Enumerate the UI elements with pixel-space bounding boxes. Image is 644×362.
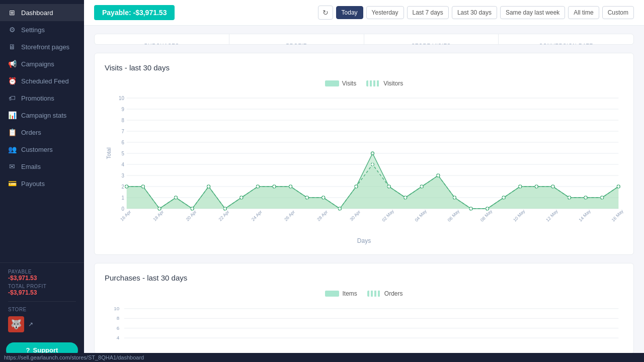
svg-point-69 (371, 163, 374, 166)
visits-chart-container: 012345678910Total16 Apr18 Apr20 Apr22 Ap… (105, 93, 623, 235)
status-url: https://sell.gearlaunch.com/stores/ST_8Q… (4, 354, 144, 360)
purchases-chart-title: Purchases - last 30 days (105, 274, 623, 282)
sidebar-item-campaign-stats[interactable]: 📊Campaign stats (0, 107, 84, 124)
sidebar-item-label-storefront: Storefront pages (21, 43, 69, 51)
store-link-icon[interactable]: ↗ (28, 321, 33, 328)
svg-point-64 (289, 185, 292, 188)
svg-text:6: 6 (121, 140, 124, 145)
svg-text:10: 10 (114, 306, 119, 311)
scheduled-feed-icon: ⏰ (8, 77, 16, 85)
date-btn-yesterday[interactable]: Yesterday (366, 6, 404, 19)
svg-point-72 (420, 185, 423, 188)
sidebar-item-emails[interactable]: ✉Emails (0, 158, 84, 175)
svg-text:22 Apr: 22 Apr (218, 209, 230, 222)
sidebar-item-label-orders: Orders (21, 129, 41, 136)
svg-point-73 (437, 174, 440, 177)
svg-point-68 (355, 185, 358, 188)
orders-legend-color (367, 291, 381, 297)
svg-point-65 (305, 196, 308, 199)
promotions-icon: 🏷 (8, 94, 16, 102)
sidebar-item-label-payouts: Payouts (21, 180, 45, 188)
visits-legend-item: Visits (325, 80, 356, 87)
sidebar-item-label-settings: Settings (21, 26, 45, 34)
svg-text:10: 10 (119, 96, 124, 101)
date-btn-all-time[interactable]: All time (568, 6, 599, 19)
payable-value: -$3,971.53 (8, 275, 76, 282)
svg-point-62 (257, 185, 260, 188)
svg-text:08 May: 08 May (479, 208, 494, 222)
visits-chart-section: Visits - last 30 days Visits Visitors 01… (94, 53, 634, 255)
svg-text:10 May: 10 May (512, 208, 526, 222)
payable-label: PAYABLE (8, 269, 76, 275)
svg-text:4: 4 (121, 162, 124, 167)
visits-legend-label: Visits (342, 80, 356, 87)
sidebar: ⊞Dashboard⚙Settings🖥Storefront pages📢Cam… (0, 0, 84, 362)
campaign-stats-icon: 📊 (8, 111, 16, 119)
sidebar-item-customers[interactable]: 👥Customers (0, 141, 84, 158)
sidebar-item-promotions[interactable]: 🏷Promotions (0, 89, 84, 107)
svg-text:5: 5 (121, 151, 124, 156)
svg-text:1: 1 (121, 195, 124, 201)
date-btn-custom[interactable]: Custom (602, 6, 634, 19)
svg-text:Total: Total (106, 147, 112, 159)
sidebar-item-settings[interactable]: ⚙Settings (0, 21, 84, 38)
customers-icon: 👥 (8, 145, 16, 153)
sidebar-item-scheduled-feed[interactable]: ⏰Scheduled Feed (0, 72, 84, 89)
topbar: Payable: -$3,971.53 ↻ TodayYesterdayLast… (84, 0, 644, 26)
date-btn-today[interactable]: Today (336, 6, 363, 19)
stat-card-2: STORE VISITS 0 total 0 unique (364, 34, 499, 45)
visitors-legend-item: Visitors (366, 80, 403, 87)
date-btn-last-30-days[interactable]: Last 30 days (452, 6, 497, 19)
sidebar-item-payouts[interactable]: 💳Payouts (0, 175, 84, 192)
items-legend-item: Items (325, 290, 357, 297)
sidebar-item-campaigns[interactable]: 📢Campaigns (0, 55, 84, 72)
items-legend-color (325, 291, 339, 297)
svg-point-70 (387, 185, 390, 188)
svg-text:06 May: 06 May (447, 208, 461, 222)
stat-label-1: PROFIT (239, 43, 354, 45)
visits-chart-legend: Visits Visitors (105, 80, 623, 87)
svg-text:30 Apr: 30 Apr (349, 209, 361, 222)
svg-text:2: 2 (121, 184, 124, 190)
orders-icon: 📋 (8, 128, 16, 136)
visits-x-label: Days (105, 237, 623, 244)
svg-point-38 (371, 152, 374, 155)
stat-label-3: CONVERSION RATE (509, 43, 623, 45)
svg-point-66 (322, 196, 325, 199)
total-profit-value: -$3,971.53 (8, 289, 76, 296)
total-profit-label: TOTAL PROFIT (8, 284, 76, 289)
svg-text:3: 3 (121, 173, 124, 178)
svg-text:0: 0 (121, 206, 124, 212)
purchases-chart-legend: Items Orders (105, 290, 623, 297)
sidebar-item-storefront[interactable]: 🖥Storefront pages (0, 38, 84, 55)
items-legend-label: Items (342, 290, 357, 297)
sidebar-item-label-emails: Emails (21, 163, 41, 170)
sidebar-item-label-dashboard: Dashboard (21, 9, 53, 17)
sidebar-item-label-promotions: Promotions (21, 95, 54, 102)
svg-text:16 May: 16 May (611, 208, 623, 222)
emails-icon: ✉ (8, 162, 16, 170)
status-bar: https://sell.gearlaunch.com/stores/ST_8Q… (0, 353, 644, 362)
sidebar-item-orders[interactable]: 📋Orders (0, 124, 84, 141)
svg-point-61 (240, 196, 243, 199)
payable-badge: Payable: -$3,971.53 (94, 5, 175, 20)
orders-legend-label: Orders (384, 290, 403, 297)
svg-text:4: 4 (117, 335, 120, 340)
visits-chart-title: Visits - last 30 days (105, 63, 623, 72)
svg-point-79 (535, 185, 538, 188)
date-btn-same-day-last-week[interactable]: Same day last week (500, 6, 565, 19)
store-avatar: 🐺 (8, 316, 24, 332)
svg-point-54 (125, 185, 128, 188)
visitors-legend-label: Visitors (383, 80, 403, 87)
refresh-button[interactable]: ↻ (318, 6, 333, 20)
storefront-icon: 🖥 (8, 43, 16, 51)
svg-text:26 Apr: 26 Apr (283, 209, 296, 222)
stat-card-3: CONVERSION RATE 0% (499, 34, 633, 45)
dashboard-icon: ⊞ (8, 9, 16, 17)
store-label: STORE (8, 307, 76, 312)
store-section: STORE 🐺 ↗ (8, 301, 76, 332)
sidebar-item-label-scheduled-feed: Scheduled Feed (21, 77, 69, 85)
sidebar-item-dashboard[interactable]: ⊞Dashboard (0, 4, 84, 21)
date-btn-last-7-days[interactable]: Last 7 days (407, 6, 449, 19)
visits-chart-svg: 012345678910Total16 Apr18 Apr20 Apr22 Ap… (105, 93, 623, 234)
